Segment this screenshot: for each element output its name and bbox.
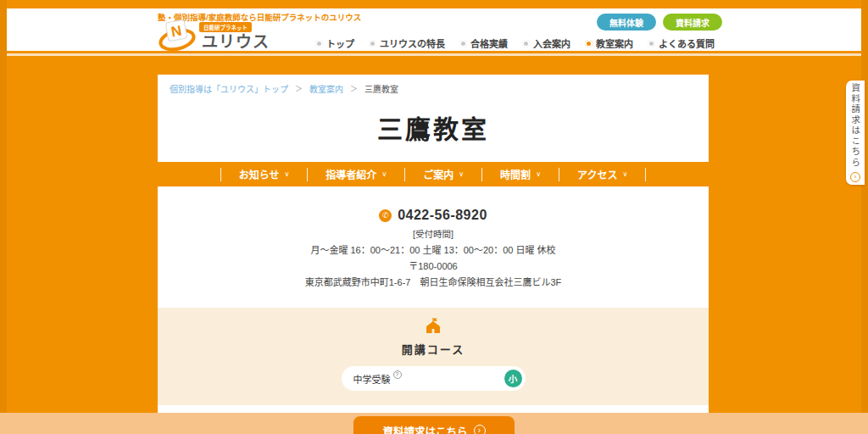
bottom-cta-label: 資料請求はこちら [382,423,467,434]
postal-code: 〒180-0006 [158,259,709,272]
course-name: 中学受験 [353,372,391,386]
question-tooltip-icon[interactable]: ? [393,370,402,379]
nav-bullet-icon [459,40,467,47]
free-trial-button[interactable]: 無料体験 [597,14,656,31]
bottom-material-request-button[interactable]: 資料請求はこちら › [353,416,515,434]
nav-item-classrooms[interactable]: 教室案内 [585,36,633,50]
nav-label: 入会案内 [533,36,570,50]
chevron-down-icon: ∨ [381,170,387,178]
menu-label: アクセス [577,167,617,181]
breadcrumb-current: 三鷹教室 [364,82,398,95]
nav-item-results[interactable]: 合格実績 [459,36,508,50]
site-logo[interactable]: N 日能研プラネット ユリウス [158,19,272,55]
content-card: 個別指導は「ユリウス」トップ ＞ 教室案内 ＞ 三鷹教室 三鷹教室 お知らせ ∨… [158,75,709,434]
chevron-down-icon: ∨ [285,170,290,178]
menu-divider [645,168,646,181]
breadcrumb-separator: ＞ [295,83,303,94]
material-request-button[interactable]: 資料請求 [663,14,722,31]
side-material-request-tab[interactable]: 資料請求はこちら › [846,81,865,185]
nav-label: 合格実績 [470,36,508,50]
header-accent-line-light [7,53,861,56]
phone-icon: ✆ [379,209,392,222]
menu-label: 指導者紹介 [326,167,376,181]
nav-item-faq[interactable]: よくある質問 [648,36,715,50]
side-tab-label: 資料請求はこちら [851,83,860,168]
global-nav: トップ ユリウスの特長 合格実績 入会案内 教室案内 よくある質問 [315,36,715,50]
nav-label: トップ [326,36,354,50]
nav-item-admission[interactable]: 入会案内 [522,36,570,50]
menu-item-news[interactable]: お知らせ ∨ [221,162,308,186]
page-title: 三鷹教室 [158,108,709,146]
reception-hours: 月〜金曜 16：00〜21：00 土曜 13：00〜20：00 日曜 休校 [158,242,709,256]
logo-n-mark-icon: N [158,19,197,55]
course-item-chugaku-juken[interactable]: 中学受験 ? 小 [342,366,526,391]
nav-item-features[interactable]: ユリウスの特長 [369,36,445,50]
header-cta-group: 無料体験 資料請求 [597,14,722,31]
reception-hours-label: [受付時間] [158,227,709,240]
menu-label: ご案内 [423,167,453,181]
menu-item-instructors[interactable]: 指導者紹介 ∨ [308,162,404,186]
menu-item-timetable[interactable]: 時間割 ∨ [482,162,559,186]
menu-label: 時間割 [500,167,531,181]
window-edge-right [861,0,868,434]
chevron-down-icon: ∨ [622,170,627,178]
window-edge-left [0,0,7,434]
menu-item-guide[interactable]: ご案内 ∨ [405,162,481,186]
elementary-badge: 小 [504,370,522,387]
street-address: 東京都武蔵野市中町1-6-7 朝日生命保険相互会社三鷹ビル3F [158,275,709,288]
contact-info-section: ✆ 0422-56-8920 [受付時間] 月〜金曜 16：00〜21：00 土… [158,208,709,288]
courses-heading: 開講コース [158,341,709,357]
courses-section: 開講コース 中学受験 ? 小 [158,308,709,405]
breadcrumb-separator: ＞ [350,83,358,94]
chevron-down-icon: ∨ [459,170,464,178]
menu-item-access[interactable]: アクセス ∨ [559,162,645,186]
menu-label: お知らせ [239,167,280,181]
nav-bullet-icon [585,40,593,47]
breadcrumb-home-link[interactable]: 個別指導は「ユリウス」トップ [170,82,288,95]
nav-label: ユリウスの特長 [380,36,445,50]
breadcrumb: 個別指導は「ユリウス」トップ ＞ 教室案内 ＞ 三鷹教室 [158,75,709,95]
nav-bullet-icon [648,40,655,47]
phone-number: 0422-56-8920 [398,208,487,223]
nav-item-top[interactable]: トップ [315,36,354,50]
nav-label: 教室案内 [596,36,633,50]
chevron-down-icon: ∨ [536,170,541,178]
circle-arrow-icon: › [474,425,486,434]
circle-arrow-icon: › [850,172,860,182]
school-icon [424,323,442,337]
logo-sub-brand: 日能研プラネット [199,22,252,32]
site-header: 塾・個別指導/家庭教師なら日能研プラネットのユリウス N 日能研プラネット ユリ… [7,8,861,51]
nav-label: よくある質問 [659,36,715,50]
nav-bullet-icon [522,40,530,47]
breadcrumb-classrooms-link[interactable]: 教室案内 [309,82,343,95]
nav-bullet-icon [315,40,323,47]
section-menu-bar: お知らせ ∨ 指導者紹介 ∨ ご案内 ∨ 時間割 ∨ アクセス ∨ [158,162,709,186]
nav-bullet-icon [369,40,376,47]
sticky-bottom-bar: 資料請求はこちら › [0,413,868,434]
phone-link[interactable]: ✆ 0422-56-8920 [158,208,709,223]
